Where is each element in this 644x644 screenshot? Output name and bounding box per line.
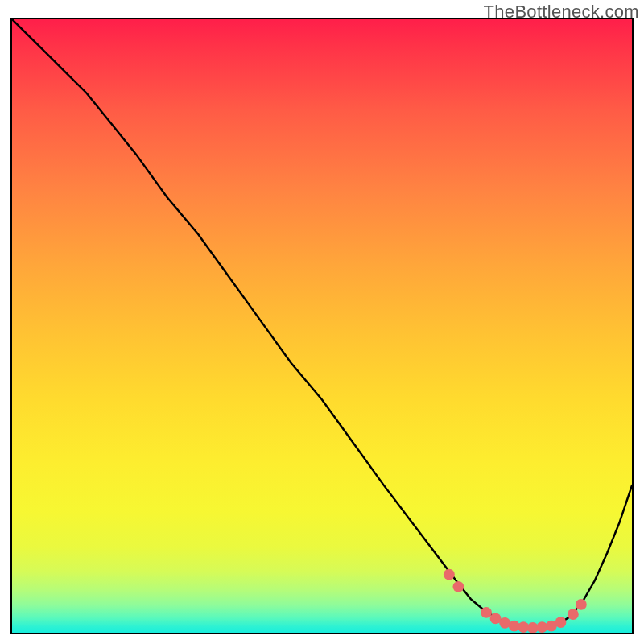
watermark-text: TheBottleneck.com (484, 2, 639, 23)
gradient-background (12, 19, 632, 633)
plot-frame (10, 18, 634, 634)
plot-area (12, 19, 632, 633)
chart-root: TheBottleneck.com (0, 0, 644, 644)
gradient-fill (12, 19, 632, 633)
